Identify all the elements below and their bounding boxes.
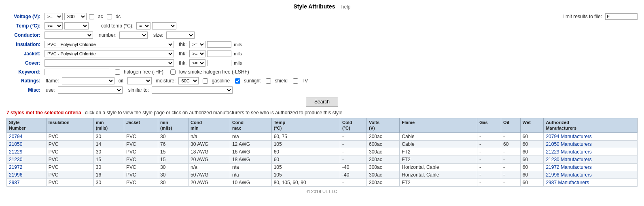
cell-mfr: 21050 Manufacturers [544,140,638,148]
voltage-op-select[interactable]: >= <= = [44,13,63,20]
halogen-free-label: halogen free (-HF) [124,69,163,75]
temp-value-select[interactable]: 60758090105125 [64,22,89,29]
cell-style: 21996 [7,171,47,179]
ins-thk-input[interactable] [207,41,231,48]
size-label: size: [153,32,163,38]
cell-cold: -40 [340,171,367,179]
cell-volts: 300ac [366,132,399,140]
jkt-thk-input[interactable] [207,50,231,57]
cell-ins-min: 30 [93,163,124,171]
size-select[interactable] [166,32,195,39]
cell-mfr: 20794 Manufacturers [544,132,638,140]
halogen-free-checkbox[interactable] [115,69,120,75]
dc-label: dc [116,14,121,19]
sunlight-label: sunlight [244,78,261,84]
cell-mfr: 21229 Manufacturers [544,148,638,156]
cold-temp-value-select[interactable]: -40-20-10 [152,22,176,29]
cell-cond-min: 30 AWG [189,140,230,148]
use-label: use: [46,87,55,93]
tv-checkbox[interactable] [293,78,298,84]
shield-label: shield [275,78,287,84]
shield-checkbox[interactable] [266,78,271,84]
cell-flame: FT2 [400,179,477,186]
cell-cond-min: 50 AWG [189,171,230,179]
limit-input[interactable] [605,13,638,20]
cell-jacket: PVC [124,140,158,148]
cell-wet: 60 [520,156,544,163]
oil-select[interactable]: Oil IOil II [127,77,152,84]
table-header-row: StyleNumber Insulation min(mils) Jacket … [7,118,638,133]
limit-label: limit results to file: [564,14,602,19]
conductor-select[interactable]: CopperAluminum [44,32,93,39]
cover-select[interactable]: PVC - Polyvinyl Chloride [44,59,174,67]
cell-jkt-min: 30 [158,171,189,179]
col-jkt-min: min(mils) [158,118,189,133]
similar-to-select[interactable] [152,86,233,94]
voltage-value-select[interactable]: 30060010002000 [64,13,87,20]
cell-volts: 600ac [366,140,399,148]
cell-insulation: PVC [46,156,93,163]
use-select[interactable] [58,86,123,94]
cold-temp-op-select[interactable]: = >= <= [136,22,150,29]
low-smoke-label: low smoke halogen free (-LSHF) [179,69,249,75]
table-row: 21050 PVC 14 PVC 76 30 AWG 12 AWG 105 - … [7,140,638,148]
cell-wet: 60 [520,140,544,148]
table-row: 21972 PVC 30 PVC 30 n/a n/a 105 -40 300a… [7,163,638,171]
flame-select[interactable]: FT1FT2FT4CableHorizontal, Cable [62,77,114,84]
low-smoke-checkbox[interactable] [170,69,176,75]
col-insulation: Insulation [46,118,93,133]
misc-label: Misc: [6,87,43,93]
col-cold: Cold(°C) [340,118,367,133]
keyword-input[interactable] [44,69,109,75]
col-temp: Temp(°C) [271,118,340,133]
cvr-mils-label: mils [234,61,242,65]
cell-gas: - [477,132,501,140]
ins-thk-op-select[interactable]: >= <= = [189,41,205,48]
cell-mfr: 21230 Manufacturers [544,156,638,163]
cell-style: 2987 [7,179,47,186]
ac-checkbox[interactable] [89,14,94,19]
results-table: StyleNumber Insulation min(mils) Jacket … [6,118,638,187]
sunlight-checkbox[interactable] [235,78,240,84]
table-row: 21229 PVC 30 PVC 15 18 AWG 16 AWG 60 - 3… [7,148,638,156]
similar-to-label: similar to: [128,87,149,93]
cell-style: 21229 [7,148,47,156]
form-section: Voltage (V): >= <= = 30060010002000 ac d… [6,13,638,94]
insulation-select[interactable]: PVC - Polyvinyl Chloride XLPE Neoprene [44,41,174,48]
dc-checkbox[interactable] [107,14,112,19]
cell-wet: 60 [520,179,544,186]
cell-flame: Horizontal, Cable [400,163,477,171]
tv-label: TV [302,78,308,84]
col-cond-max: Condmax [230,118,271,133]
cvr-thk-input[interactable] [207,60,231,66]
flame-label: flame: [46,78,59,84]
search-button[interactable]: Search [306,97,338,107]
cvr-thk-op-select[interactable]: >= <= = [189,59,205,67]
cell-style: 20794 [7,132,47,140]
cell-cond-max: n/a [230,163,271,171]
temp-op-select[interactable]: >= <= = [44,22,63,29]
cell-gas: - [477,179,501,186]
jkt-thk-op-select[interactable]: >= <= = [189,50,205,57]
cell-cold: - [340,179,367,186]
cell-oil: - [501,179,521,186]
cell-cold: - [340,156,367,163]
cell-ins-min: 15 [93,156,124,163]
ratings-row: Ratings: flame: FT1FT2FT4CableHorizontal… [6,77,638,84]
cell-gas: - [477,148,501,156]
ins-thk-label: thk: [179,42,186,47]
cell-temp: 60 [271,156,340,163]
jacket-label: Jacket: [6,51,43,57]
conductor-row: Conductor: CopperAluminum number: size: [6,32,638,39]
help-link[interactable]: help [341,4,351,10]
gasoline-checkbox[interactable] [203,78,208,84]
col-style: StyleNumber [7,118,47,133]
number-select[interactable] [119,32,148,39]
cell-flame: Cable [400,140,477,148]
jacket-select[interactable]: PVC - Polyvinyl Chloride Neoprene XLPE [44,50,174,57]
moisture-select[interactable]: 60C75C90C [178,77,199,84]
cell-cond-max: n/a [230,171,271,179]
page-title: Style Attributes [294,3,335,10]
cell-insulation: PVC [46,179,93,186]
cell-oil: - [501,156,521,163]
